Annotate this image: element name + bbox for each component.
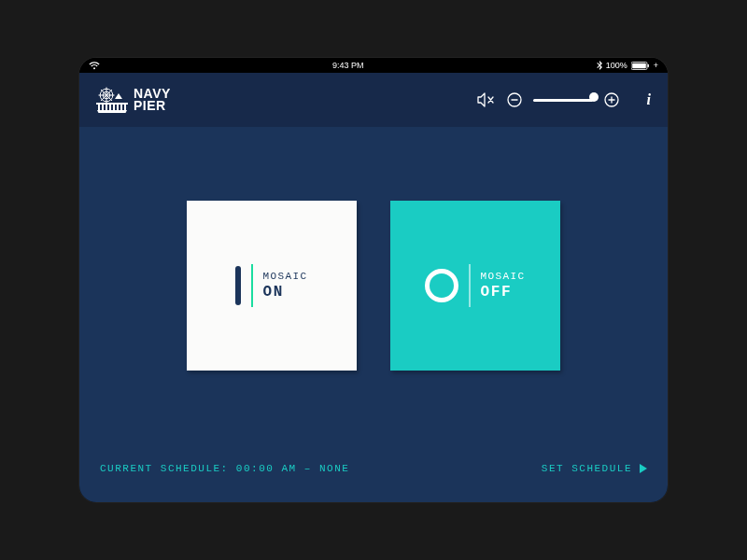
header-controls: i (477, 91, 651, 108)
info-icon: i (647, 91, 651, 108)
bluetooth-icon (597, 61, 602, 70)
app-header: NAVY PIER (79, 73, 668, 127)
plus-circle-icon (604, 92, 619, 107)
tile-on-state: ON (263, 284, 308, 301)
wifi-icon (89, 62, 100, 70)
main-area: MOSAIC ON MOSAIC OFF (79, 127, 668, 444)
mute-button[interactable] (477, 92, 496, 107)
minus-circle-icon (507, 92, 522, 107)
volume-slider[interactable] (533, 99, 593, 102)
mosaic-on-tile[interactable]: MOSAIC ON (187, 201, 357, 371)
svg-rect-2 (647, 63, 648, 66)
power-on-icon (235, 266, 241, 305)
tile-off-state: OFF (481, 284, 526, 301)
set-schedule-label: SET SCHEDULE (542, 463, 632, 474)
svg-rect-1 (632, 63, 646, 68)
status-time: 9:43 PM (332, 61, 364, 70)
info-button[interactable]: i (647, 91, 651, 108)
pier-building-icon (96, 86, 128, 114)
brand-logo: NAVY PIER (96, 86, 171, 114)
battery-icon (631, 62, 650, 70)
tablet-frame: 9:43 PM 100% + (79, 58, 668, 502)
current-schedule-text: CURRENT SCHEDULE: 00:00 AM – NONE (100, 463, 349, 474)
svg-rect-9 (96, 103, 128, 105)
mosaic-off-tile[interactable]: MOSAIC OFF (390, 201, 560, 371)
logo-text-line2: PIER (134, 100, 171, 112)
tile-divider (469, 264, 470, 307)
speaker-mute-icon (477, 92, 496, 107)
tile-off-name: MOSAIC (481, 271, 526, 282)
power-off-icon (425, 269, 458, 302)
set-schedule-button[interactable]: SET SCHEDULE (542, 463, 647, 474)
battery-pct: 100% (606, 61, 627, 70)
volume-down-button[interactable] (507, 92, 522, 107)
footer: CURRENT SCHEDULE: 00:00 AM – NONE SET SC… (79, 444, 668, 502)
charging-icon: + (654, 61, 658, 70)
chevron-right-icon (640, 464, 647, 473)
ios-status-bar: 9:43 PM 100% + (79, 58, 668, 73)
tile-divider (251, 264, 252, 307)
app-root: NAVY PIER (79, 73, 668, 502)
tile-on-name: MOSAIC (263, 271, 308, 282)
volume-up-button[interactable] (604, 92, 619, 107)
